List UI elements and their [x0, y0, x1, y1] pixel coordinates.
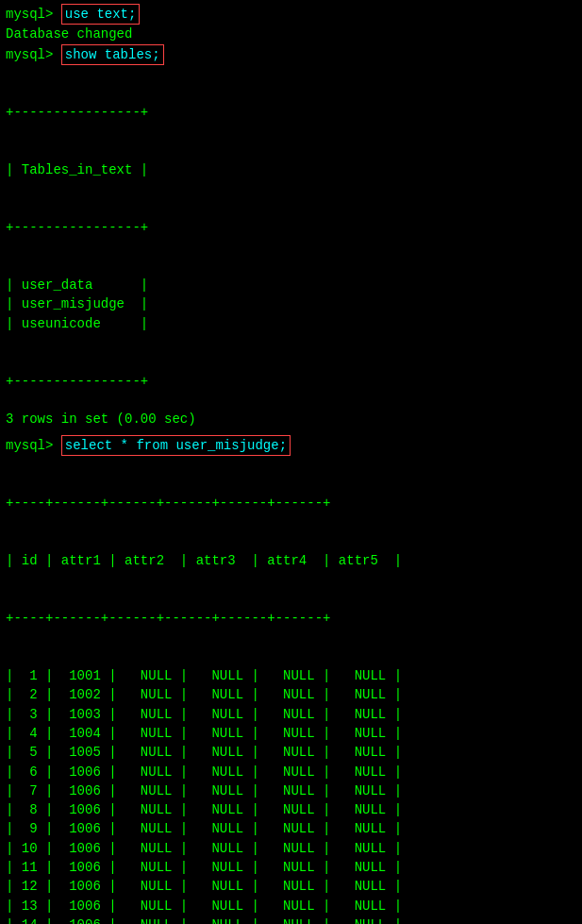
table-row: | 12 | 1006 | NULL | NULL | NULL | NULL … — [6, 877, 576, 896]
table-row: | 9 | 1006 | NULL | NULL | NULL | NULL | — [6, 819, 576, 838]
data-border-top: +----+------+------+------+------+------… — [6, 494, 576, 512]
table-row: | user_misjudge | — [6, 294, 576, 313]
data-header-row: | id | attr1 | attr2 | attr3 | attr4 | a… — [6, 551, 576, 570]
table-row: | 14 | 1006 | NULL | NULL | NULL | NULL … — [6, 916, 576, 924]
data-table-output: +----+------+------+------+------+------… — [6, 456, 576, 924]
prompt-3: mysql> — [6, 436, 61, 455]
table-row: | 10 | 1006 | NULL | NULL | NULL | NULL … — [6, 839, 576, 858]
tables-border-bot: +----------------+ — [6, 372, 576, 391]
prompt-1: mysql> — [6, 5, 61, 24]
table-row: | useunicode | — [6, 314, 576, 333]
table-row: | 13 | 1006 | NULL | NULL | NULL | NULL … — [6, 897, 576, 916]
command-line-1: mysql> use text; — [6, 4, 576, 25]
tables-output: +----------------+ | Tables_in_text | +-… — [6, 65, 576, 410]
table-row: | 6 | 1006 | NULL | NULL | NULL | NULL | — [6, 763, 576, 781]
data-rows: | 1 | 1001 | NULL | NULL | NULL | NULL |… — [6, 666, 576, 924]
table-row: | 3 | 1003 | NULL | NULL | NULL | NULL | — [6, 705, 576, 724]
db-changed-line: Database changed — [6, 25, 576, 43]
data-border-mid: +----+------+------+------+------+------… — [6, 609, 576, 628]
select-command: select * from user_misjudge; — [61, 435, 291, 456]
tables-rows: | user_data || user_misjudge || useunico… — [6, 276, 576, 333]
show-tables-command: show tables; — [61, 44, 164, 65]
table-row: | 11 | 1006 | NULL | NULL | NULL | NULL … — [6, 858, 576, 877]
table-row: | 7 | 1006 | NULL | NULL | NULL | NULL | — [6, 781, 576, 800]
use-text-command: use text; — [61, 4, 141, 25]
table-row: | 8 | 1006 | NULL | NULL | NULL | NULL | — [6, 800, 576, 819]
table-row: | 1 | 1001 | NULL | NULL | NULL | NULL | — [6, 666, 576, 685]
table-row: | 5 | 1005 | NULL | NULL | NULL | NULL | — [6, 743, 576, 762]
db-changed-text: Database changed — [6, 25, 132, 43]
select-command-line: mysql> select * from user_misjudge; — [6, 435, 576, 456]
tables-border-top: +----------------+ — [6, 103, 576, 122]
table-row: | 4 | 1004 | NULL | NULL | NULL | NULL | — [6, 724, 576, 743]
tables-rowcount: 3 rows in set (0.00 sec) — [6, 410, 576, 428]
table-row: | 2 | 1002 | NULL | NULL | NULL | NULL | — [6, 685, 576, 704]
tables-border-mid: +----------------+ — [6, 218, 576, 237]
tables-header: | Tables_in_text | — [6, 160, 576, 179]
table-row: | user_data | — [6, 276, 576, 294]
command-line-2: mysql> show tables; — [6, 44, 576, 65]
prompt-2: mysql> — [6, 45, 61, 64]
